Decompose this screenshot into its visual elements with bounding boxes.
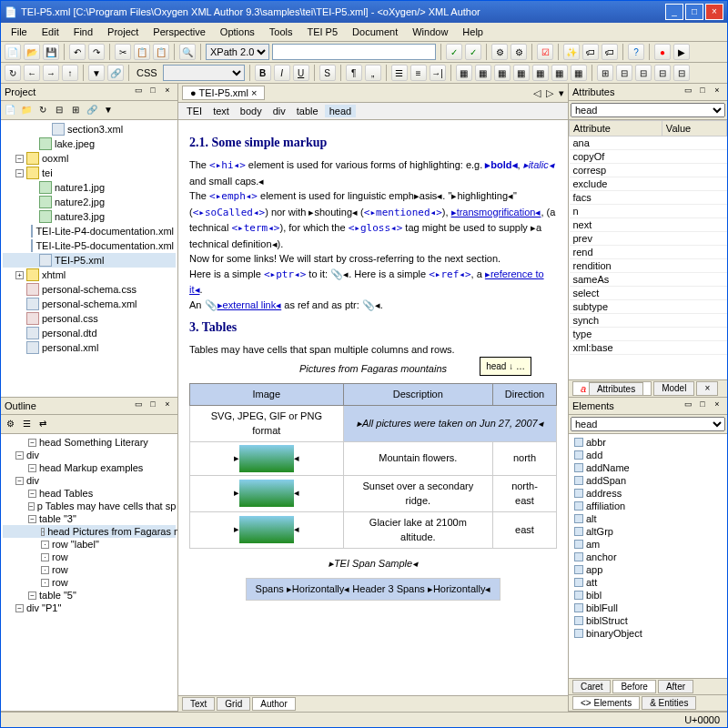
menu-file[interactable]: File xyxy=(5,25,34,39)
row-below-icon[interactable]: ▦ xyxy=(494,65,511,81)
transform-icon[interactable]: ⚙ xyxy=(491,44,508,60)
outline-item[interactable]: ·row xyxy=(3,563,176,576)
tree-item[interactable]: nature2.jpg xyxy=(3,195,176,209)
outline-tree[interactable]: −head Something Literary−div−head Markup… xyxy=(1,434,177,711)
menu-find[interactable]: Find xyxy=(67,25,99,39)
outline-item[interactable]: −table "3" xyxy=(3,512,176,525)
element-item[interactable]: add xyxy=(571,449,725,461)
folder-icon[interactable]: 📁 xyxy=(19,103,34,117)
element-item[interactable]: alt xyxy=(571,512,725,525)
element-item[interactable]: addName xyxy=(571,461,725,474)
expand-icon[interactable]: ⊞ xyxy=(68,103,83,117)
mode-tab-author[interactable]: Author xyxy=(252,697,295,711)
link-proj-icon[interactable]: 🔗 xyxy=(85,103,99,117)
editor-area[interactable]: 2.1. Some simple markup The <▸hi◂> eleme… xyxy=(178,120,568,695)
element-item[interactable]: address xyxy=(571,487,725,500)
menu-help[interactable]: Help xyxy=(456,25,490,39)
nav-up-icon[interactable]: ↑ xyxy=(62,65,78,81)
crumb-div[interactable]: div xyxy=(268,105,290,117)
split-icon[interactable]: ⊟ xyxy=(616,65,632,81)
tag2-icon[interactable]: 🏷 xyxy=(602,44,618,60)
tree-item[interactable]: TEI-Lite-P5-documentation.xml xyxy=(3,238,176,253)
menu-tools[interactable]: Tools xyxy=(263,25,299,39)
css-select[interactable] xyxy=(163,65,245,81)
tab-nav-left-icon[interactable]: ◁ xyxy=(533,87,541,99)
undo-icon[interactable]: ↶ xyxy=(69,44,86,60)
row-above-icon[interactable]: ▦ xyxy=(475,65,491,81)
filter-proj-icon[interactable]: ▼ xyxy=(101,103,116,117)
outline-item[interactable]: −head Something Literary xyxy=(3,436,176,449)
check-icon[interactable]: ☑ xyxy=(537,44,553,60)
crumb-head[interactable]: head xyxy=(325,105,356,117)
tree-item[interactable]: TEI-Lite-P4-documentation.xml xyxy=(3,224,176,238)
outline-item[interactable]: −table "5" xyxy=(3,589,176,602)
outline-min-icon[interactable]: ▭ xyxy=(132,399,145,412)
attr-tabs-close-icon[interactable]: × xyxy=(696,381,718,396)
tree-item[interactable]: personal.dtd xyxy=(3,326,176,340)
elem-max-icon[interactable]: □ xyxy=(696,399,709,412)
list-ol-icon[interactable]: ≡ xyxy=(410,65,427,81)
tab-nav-right-icon[interactable]: ▷ xyxy=(546,87,553,99)
crumb-text[interactable]: text xyxy=(208,105,234,117)
play-icon[interactable]: ▶ xyxy=(673,44,690,60)
config-icon[interactable]: ⚙ xyxy=(511,44,527,60)
elem-tab-caret[interactable]: Caret xyxy=(572,680,611,693)
split4-icon[interactable]: ⊟ xyxy=(673,65,690,81)
open-icon[interactable]: 📂 xyxy=(24,44,40,60)
cut-icon[interactable]: ✂ xyxy=(115,44,131,60)
element-item[interactable]: am xyxy=(571,538,725,551)
outline-item[interactable]: −div xyxy=(3,449,176,461)
project-tree[interactable]: section3.xmllake.jpeg−ooxml−teinature1.j… xyxy=(1,120,177,397)
elem-btab-entities[interactable]: & Entities xyxy=(642,696,696,710)
tab-menu-icon[interactable]: ▾ xyxy=(559,87,564,99)
wellformed-icon[interactable]: ✓ xyxy=(465,44,481,60)
para-icon[interactable]: ¶ xyxy=(346,65,362,81)
refresh-proj-icon[interactable]: ↻ xyxy=(35,103,50,117)
maximize-button[interactable]: □ xyxy=(685,4,703,20)
elem-tab-after[interactable]: After xyxy=(658,680,693,693)
elem-close-icon[interactable]: × xyxy=(711,399,723,412)
col-left-icon[interactable]: ▦ xyxy=(513,65,530,81)
element-item[interactable]: bibl xyxy=(571,589,725,602)
tree-item[interactable]: −ooxml xyxy=(3,151,176,166)
nav-back-icon[interactable]: ← xyxy=(24,65,40,81)
join-icon[interactable]: ⊞ xyxy=(597,65,613,81)
tree-item[interactable]: TEI-P5.xml xyxy=(3,253,176,268)
attr-max-icon[interactable]: □ xyxy=(696,86,709,98)
quote-icon[interactable]: „ xyxy=(365,65,381,81)
find-icon[interactable]: 🔍 xyxy=(179,44,196,60)
list-ul-icon[interactable]: ☰ xyxy=(391,65,408,81)
underline-button[interactable]: U xyxy=(293,65,309,81)
outline-flat-icon[interactable]: ☰ xyxy=(19,417,34,431)
outline-cfg-icon[interactable]: ⚙ xyxy=(3,417,17,431)
outline-item[interactable]: −head Markup examples xyxy=(3,461,176,474)
tree-item[interactable]: +xhtml xyxy=(3,268,176,282)
elem-element-select[interactable]: head xyxy=(571,417,725,431)
nav-fwd-icon[interactable]: → xyxy=(43,65,59,81)
outline-item[interactable]: ·row xyxy=(3,551,176,563)
tag-icon[interactable]: 🏷 xyxy=(582,44,599,60)
crumb-table[interactable]: table xyxy=(292,105,323,117)
element-item[interactable]: att xyxy=(571,576,725,589)
outline-max-icon[interactable]: □ xyxy=(147,399,159,412)
outline-item[interactable]: ·row xyxy=(3,576,176,589)
xpath-input[interactable] xyxy=(272,44,436,60)
panel-close-icon[interactable]: × xyxy=(161,86,174,98)
attr-close-icon[interactable]: × xyxy=(711,86,723,98)
elem-btab-elements[interactable]: <> Elements xyxy=(572,696,640,710)
element-item[interactable]: abbr xyxy=(571,436,725,449)
split3-icon[interactable]: ⊟ xyxy=(654,65,671,81)
indent-icon[interactable]: →| xyxy=(430,65,446,81)
menu-window[interactable]: Window xyxy=(406,25,454,39)
outline-item[interactable]: −div "P1" xyxy=(3,602,176,614)
tab-model[interactable]: Model xyxy=(653,381,694,396)
elements-list[interactable]: abbraddaddNameaddSpanaddressaffiliationa… xyxy=(569,434,727,678)
record-icon[interactable]: ● xyxy=(654,44,671,60)
element-item[interactable]: altGrp xyxy=(571,525,725,538)
menu-perspective[interactable]: Perspective xyxy=(147,25,211,39)
link-icon[interactable]: 🔗 xyxy=(107,65,124,81)
elem-min-icon[interactable]: ▭ xyxy=(682,399,694,412)
new-icon[interactable]: 📄 xyxy=(5,44,21,60)
outline-item[interactable]: −p Tables may have cells that sp xyxy=(3,500,176,512)
mode-tab-grid[interactable]: Grid xyxy=(217,697,250,711)
